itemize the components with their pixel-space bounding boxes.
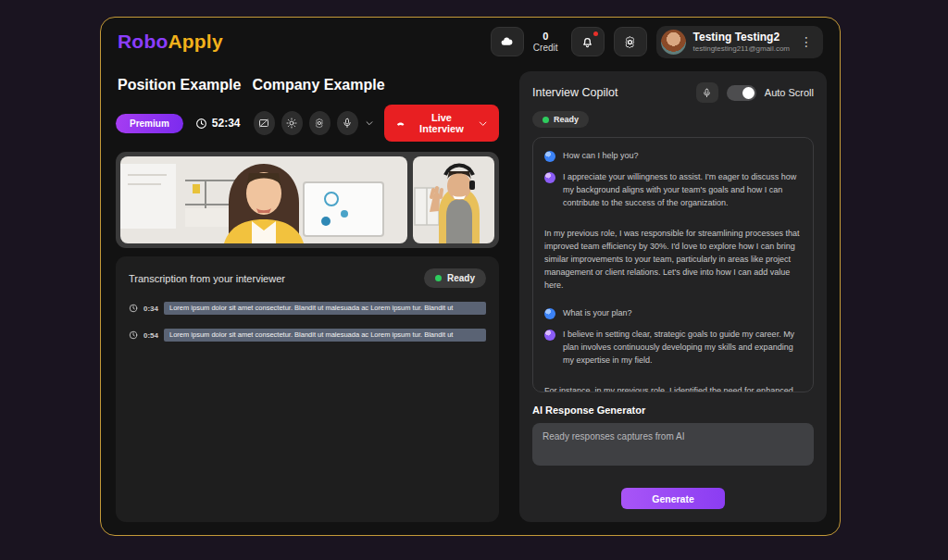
app-window: RoboApply 0 Credit bbox=[100, 17, 841, 536]
logo-apply: Apply bbox=[168, 31, 222, 52]
auto-scroll-label: Auto Scroll bbox=[765, 87, 814, 98]
question-bot-icon bbox=[544, 151, 555, 162]
gear-icon bbox=[314, 118, 325, 129]
premium-badge[interactable]: Premium bbox=[116, 114, 183, 133]
bell-icon bbox=[580, 35, 594, 49]
chevron-down-icon bbox=[478, 118, 488, 130]
status-dot bbox=[543, 117, 549, 123]
message-text: For instance, in my previous role, I ide… bbox=[544, 385, 802, 392]
session-timer: 52:34 bbox=[195, 117, 241, 130]
company-title: Company Example bbox=[252, 77, 384, 93]
candidate-video-frame bbox=[413, 156, 494, 243]
notification-badge bbox=[593, 31, 598, 36]
transcript-timestamp: 0:34 bbox=[143, 305, 158, 313]
chat-message-paragraph: For instance, in my previous role, I ide… bbox=[544, 385, 802, 392]
ai-response-input[interactable] bbox=[532, 423, 814, 466]
image-off-icon bbox=[258, 118, 269, 129]
answer-bot-icon bbox=[544, 330, 555, 341]
camera-off-button[interactable] bbox=[254, 111, 275, 135]
sun-icon bbox=[286, 118, 297, 129]
copilot-mic-button[interactable] bbox=[696, 82, 718, 103]
candidate-video bbox=[413, 156, 494, 243]
transcript-row[interactable]: 0:34 Lorem ipsum dolor sit amet consecte… bbox=[129, 302, 486, 315]
chat-message-answer: I believe in setting clear, strategic go… bbox=[544, 329, 802, 367]
credit-label: Credit bbox=[533, 43, 558, 54]
auto-scroll-toggle[interactable] bbox=[727, 85, 756, 101]
transcription-status-badge: Ready bbox=[424, 268, 486, 288]
message-text: I appreciate your willingness to assist.… bbox=[563, 171, 802, 210]
live-interview-label: Live Interview bbox=[412, 112, 470, 134]
interview-copilot-panel: Interview Copilot Auto Scroll Ready bbox=[519, 71, 827, 522]
page-title: Position Example Company Example bbox=[118, 77, 499, 93]
message-text: What is your plan? bbox=[563, 307, 802, 320]
mic-icon bbox=[342, 118, 353, 129]
video-call-area bbox=[116, 152, 499, 248]
timer-value: 52:34 bbox=[212, 117, 241, 130]
generate-button[interactable]: Generate bbox=[621, 488, 725, 509]
chevron-down-icon bbox=[365, 118, 374, 128]
session-controls: Premium 52:34 bbox=[116, 105, 499, 142]
ai-response-generator-title: AI Response Generator bbox=[532, 404, 814, 416]
transcript-text: Lorem ipsum dolor sit amet consectetur. … bbox=[164, 302, 486, 315]
message-text: How can I help you? bbox=[563, 150, 802, 163]
transcription-panel: Transcription from your interviewer Read… bbox=[116, 256, 499, 522]
chat-message-answer: I appreciate your willingness to assist.… bbox=[544, 171, 802, 210]
interviewer-video-frame bbox=[120, 156, 407, 243]
transcript-timestamp: 0:54 bbox=[143, 331, 158, 340]
message-text: In my previous role, I was responsible f… bbox=[544, 228, 802, 292]
interview-panel: Position Example Company Example Premium… bbox=[116, 71, 499, 522]
cloud-sync-button[interactable] bbox=[491, 27, 524, 56]
credit-counter: 0 Credit bbox=[533, 31, 558, 53]
brightness-button[interactable] bbox=[281, 111, 303, 135]
clock-icon bbox=[129, 304, 138, 313]
interviewer-video bbox=[120, 156, 407, 243]
copilot-status-badge: Ready bbox=[532, 111, 589, 128]
chat-message-question: What is your plan? bbox=[544, 307, 802, 320]
gear-icon bbox=[623, 35, 637, 49]
cloud-icon bbox=[500, 35, 514, 49]
transcription-label: Transcription from your interviewer bbox=[129, 273, 285, 284]
chat-message-question: How can I help you? bbox=[544, 150, 802, 163]
copilot-chat-log[interactable]: How can I help you? I appreciate your wi… bbox=[532, 137, 814, 392]
message-text: I believe in setting clear, strategic go… bbox=[563, 329, 802, 367]
toggle-knob bbox=[742, 87, 755, 99]
credit-value: 0 bbox=[533, 31, 558, 43]
user-email: testingtesting211@gmail.com bbox=[693, 44, 790, 53]
live-interview-button[interactable]: Live Interview bbox=[384, 105, 499, 142]
user-profile-chip[interactable]: Testing Testing2 testingtesting211@gmail… bbox=[656, 26, 823, 58]
app-logo: RoboApply bbox=[118, 31, 223, 53]
session-settings-button[interactable] bbox=[309, 111, 331, 135]
microphone-button[interactable] bbox=[337, 111, 358, 135]
logo-robo: Robo bbox=[118, 31, 168, 52]
user-name: Testing Testing2 bbox=[693, 31, 790, 44]
copilot-status-label: Ready bbox=[554, 115, 579, 124]
settings-button[interactable] bbox=[614, 27, 647, 56]
status-dot bbox=[435, 275, 442, 281]
notifications-button[interactable] bbox=[571, 27, 605, 56]
copilot-title: Interview Copilot bbox=[532, 86, 617, 99]
question-bot-icon bbox=[544, 308, 555, 319]
transcription-status-label: Ready bbox=[447, 273, 475, 283]
clock-icon bbox=[195, 118, 207, 130]
top-bar: RoboApply 0 Credit bbox=[101, 18, 840, 66]
clock-icon bbox=[129, 330, 138, 340]
chat-message-paragraph: In my previous role, I was responsible f… bbox=[544, 228, 802, 292]
kebab-menu-icon[interactable]: ⋮ bbox=[797, 34, 816, 49]
device-dropdown-chevron[interactable] bbox=[365, 118, 374, 128]
phone-off-icon bbox=[395, 118, 405, 130]
position-title: Position Example bbox=[118, 77, 241, 93]
transcript-row[interactable]: 0:54 Lorem ipsum dolor sit amet consecte… bbox=[129, 329, 486, 342]
mic-icon bbox=[702, 88, 712, 98]
answer-bot-icon bbox=[544, 172, 555, 183]
transcript-text: Lorem ipsum dolor sit amet consectetur. … bbox=[164, 329, 486, 342]
avatar bbox=[661, 30, 686, 55]
